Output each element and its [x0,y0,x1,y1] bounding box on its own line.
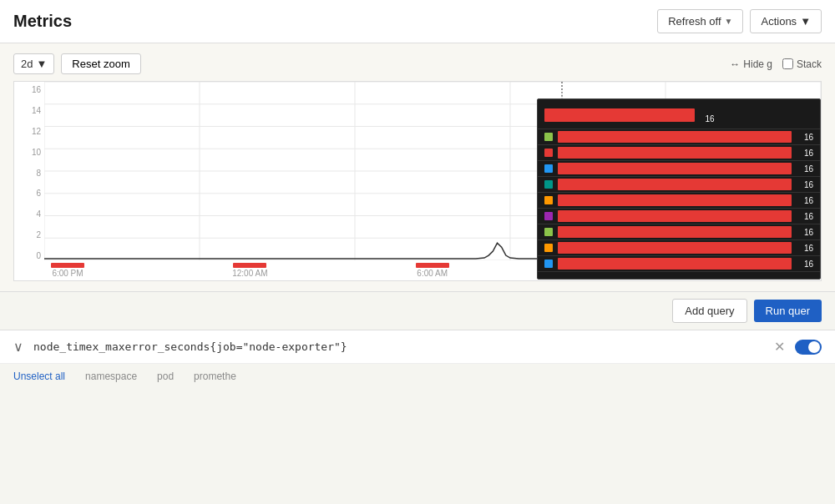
legend-value-1: 16 [797,133,813,142]
chevron-down-icon-actions: ▼ [800,15,811,28]
actions-button[interactable]: Actions ▼ [750,9,822,33]
hide-graph-link[interactable]: ↔ Hide g [730,58,772,70]
legend-dot-5 [544,196,553,204]
legend-value-8: 16 [797,244,813,253]
query-toggle[interactable] [795,340,822,355]
legend-value-5: 16 [797,196,813,205]
y-label-8: 8 [14,169,41,178]
y-label-2: 2 [14,230,41,239]
x-label-group-2: 12:00 AM [232,263,267,278]
y-label-0: 0 [14,251,41,260]
chart-toolbar-right: ↔ Hide g Stack [730,58,822,70]
legend-dot-7 [544,228,553,236]
x-label-1: 6:00 PM [52,269,83,278]
legend-dot-8 [544,244,553,252]
legend-item-3: 16 [538,161,820,177]
x-label-group-3: 6:00 AM [416,263,449,278]
legend-value-4: 16 [797,180,813,189]
chevron-down-icon-time: ▼ [36,58,47,70]
hide-graph-label: Hide g [743,58,772,70]
legend-item-8: 16 [538,240,820,256]
legend-item-1: 16 [538,129,820,145]
legend-dot-4 [544,180,553,189]
refresh-label: Refresh off [668,15,721,28]
legend-dot-1 [544,133,553,141]
top-bar: Metrics Refresh off ▼ Actions ▼ [0,0,835,43]
reset-zoom-button[interactable]: Reset zoom [61,53,140,74]
y-axis: 16 14 12 10 8 6 4 2 0 [14,82,44,260]
stack-option: Stack [782,58,822,70]
x-label-3: 6:00 AM [417,269,448,278]
chart-container: 16 14 12 10 8 6 4 2 0 [13,81,822,281]
legend-dot-9 [544,260,553,268]
x-red-block-1 [51,263,84,268]
x-red-block-3 [416,263,449,268]
footer-col-namespace: namespace [85,370,137,382]
y-label-14: 14 [14,106,41,115]
x-label-2: 12:00 AM [232,269,267,278]
legend-bar-1 [558,131,792,143]
legend-value-9: 16 [797,260,813,269]
legend-bar-5 [558,194,792,206]
legend-dot-3 [544,164,553,173]
y-label-10: 10 [14,148,41,157]
arrow-icon: ↔ [730,58,740,70]
top-actions: Refresh off ▼ Actions ▼ [657,9,822,33]
y-label-6: 6 [14,189,41,198]
time-range-select[interactable]: 2d ▼ [13,53,54,74]
legend-dot-6 [544,212,553,220]
footer-col-promethe: promethe [194,370,236,382]
time-range-value: 2d [21,58,33,70]
unselect-all-link[interactable]: Unselect all [13,370,65,382]
chart-toolbar-left: 2d ▼ Reset zoom [13,53,141,74]
close-button[interactable]: ✕ [774,339,785,355]
y-label-16: 16 [14,85,41,94]
expand-button[interactable]: ∨ [13,339,23,355]
legend-bar-9 [558,258,792,270]
chevron-down-icon: ▼ [725,17,733,26]
refresh-button[interactable]: Refresh off ▼ [657,9,743,33]
legend-value-7: 16 [797,228,813,237]
stack-label: Stack [797,58,822,70]
legend-item-4: 16 [538,177,820,193]
x-label-group-1: 6:00 PM [51,263,84,278]
footer-bar: Unselect all namespace pod promethe [0,364,835,389]
legend-item-7: 16 [538,224,820,240]
legend-bar-3 [558,163,792,174]
actions-label: Actions [761,15,797,28]
legend-value-3: 16 [797,164,813,174]
legend-dot-2 [544,149,553,157]
legend-item-5: 16 [538,193,820,209]
legend-value-6: 16 [797,212,813,221]
y-label-4: 4 [14,209,41,219]
legend-popup: 16 16 16 16 16 [537,98,821,280]
x-red-block-2 [233,263,266,268]
legend-item-6: 16 [538,209,820,224]
footer-col-pod: pod [157,370,174,382]
query-expression: node_timex_maxerror_seconds{job="node-ex… [33,340,764,353]
stack-checkbox[interactable] [782,58,793,69]
legend-bar-2 [558,147,792,159]
legend-bar-8 [558,242,792,254]
y-label-12: 12 [14,127,41,136]
query-row: ∨ node_timex_maxerror_seconds{job="node-… [0,330,835,364]
chart-toolbar: 2d ▼ Reset zoom ↔ Hide g Stack [13,53,822,74]
legend-bar-4 [558,179,792,190]
chart-section: 2d ▼ Reset zoom ↔ Hide g Stack 16 14 12 … [0,43,835,292]
legend-value-first: 16 [705,114,714,123]
legend-item-9: 16 [538,256,820,272]
add-query-button[interactable]: Add query [672,299,746,323]
legend-item-2: 16 [538,145,820,161]
legend-bar-7 [558,226,792,238]
run-query-button[interactable]: Run quer [754,300,822,322]
page-title: Metrics [13,12,72,31]
legend-value-2: 16 [797,149,813,158]
bottom-bar: Add query Run quer [0,292,835,330]
legend-bar-6 [558,210,792,222]
